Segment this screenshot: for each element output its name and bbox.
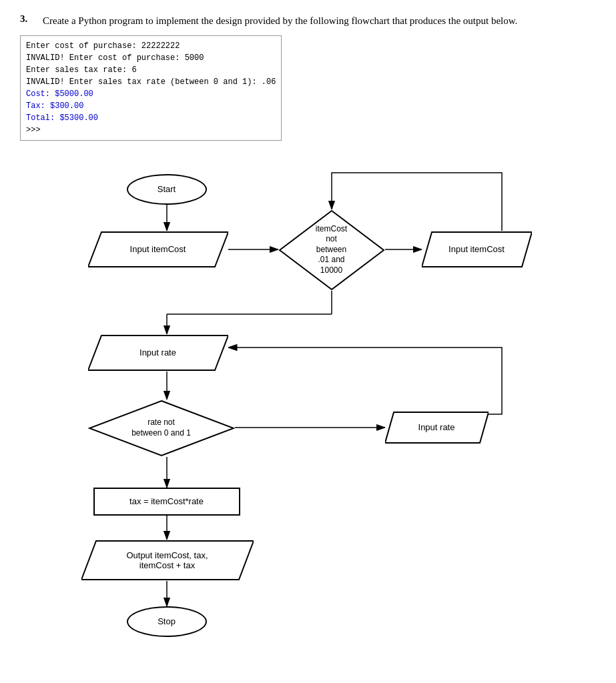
- process-shape: tax = itemCost*rate: [93, 488, 240, 516]
- decision-itemcost-label: itemCostnotbetween.01 and10000: [316, 224, 347, 276]
- input-itemcost-right-shape: Input itemCost: [422, 231, 532, 268]
- process-label: tax = itemCost*rate: [129, 496, 204, 506]
- code-line-2: INVALID! Enter cost of purchase: 5000: [26, 52, 276, 64]
- code-line-4: INVALID! Enter sales tax rate (between 0…: [26, 76, 276, 88]
- output-shape: Output itemCost, tax,itemCost + tax: [81, 540, 254, 581]
- input-rate-right-shape: Input rate: [385, 411, 489, 444]
- decision-rate-shape: rate notbetween 0 and 1: [88, 400, 235, 457]
- question-header: 3. Create a Python program to implement …: [20, 13, 596, 29]
- code-line-8: >>>: [26, 124, 276, 136]
- question-text: Create a Python program to implement the…: [43, 13, 517, 29]
- stop-shape: Stop: [127, 606, 207, 637]
- input-itemcost-label: Input itemCost: [130, 244, 186, 254]
- code-line-3: Enter sales tax rate: 6: [26, 64, 276, 76]
- start-shape: Start: [127, 174, 207, 205]
- code-line-7: Total: $5300.00: [26, 112, 276, 124]
- question-number: 3.: [20, 13, 36, 29]
- decision-itemcost-shape: itemCostnotbetween.01 and10000: [278, 209, 385, 291]
- decision-rate-label: rate notbetween 0 and 1: [131, 418, 191, 438]
- input-rate-shape: Input rate: [88, 334, 228, 372]
- input-rate-right-label: Input rate: [418, 422, 455, 432]
- output-label: Output itemCost, tax,itemCost + tax: [126, 550, 208, 570]
- flowchart: Start Input itemCost itemCostnotbetween.…: [21, 154, 595, 674]
- input-itemcost-right-label: Input itemCost: [448, 244, 505, 254]
- stop-label: Stop: [158, 616, 176, 626]
- code-block: Enter cost of purchase: 22222222 INVALID…: [20, 35, 282, 141]
- input-itemcost-shape: Input itemCost: [88, 231, 228, 268]
- start-label: Start: [158, 184, 176, 194]
- code-line-5: Cost: $5000.00: [26, 88, 276, 100]
- input-rate-label: Input rate: [139, 348, 176, 358]
- code-line-1: Enter cost of purchase: 22222222: [26, 40, 276, 52]
- code-line-6: Tax: $300.00: [26, 100, 276, 112]
